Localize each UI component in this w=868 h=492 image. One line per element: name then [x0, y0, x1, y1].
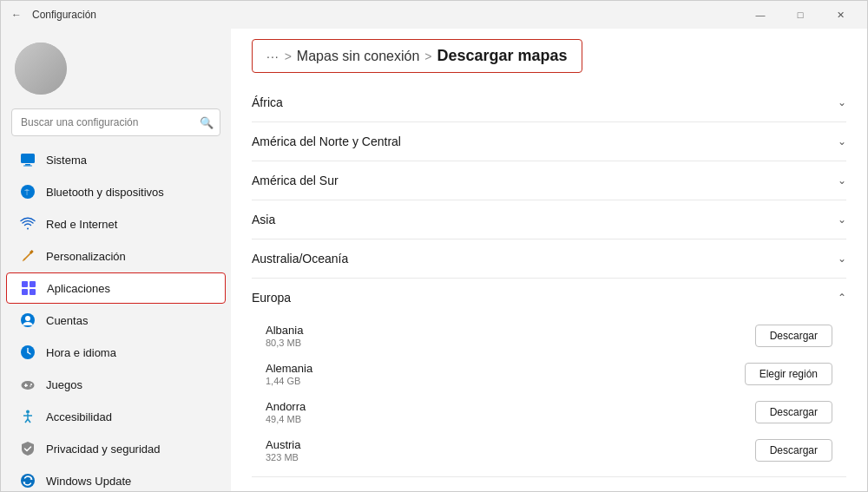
- sidebar-item-aplicaciones[interactable]: Aplicaciones: [6, 272, 226, 304]
- sidebar-label-personalizacion: Personalización: [46, 250, 126, 263]
- refresh-icon: [20, 473, 36, 489]
- breadcrumb-box: ··· > Mapas sin conexión > Descargar map…: [252, 39, 582, 73]
- sidebar: 🔍 Sistema: [1, 29, 231, 491]
- sidebar-label-aplicaciones: Aplicaciones: [47, 282, 110, 295]
- sidebar-label-accesibilidad: Accesibilidad: [46, 410, 112, 423]
- region-australia: Australia/Oceanía ⌄: [252, 239, 846, 279]
- region-europa-header[interactable]: Europa ⌃: [252, 279, 846, 317]
- regions-list: África ⌄ América del Norte y Central ⌄ A…: [231, 80, 867, 491]
- clock-icon: [20, 344, 36, 360]
- breadcrumb-sep2: >: [424, 49, 431, 63]
- region-asia-header[interactable]: Asia ⌄: [252, 200, 846, 239]
- sidebar-item-windows-update[interactable]: Windows Update: [6, 465, 226, 491]
- region-america-norte-header[interactable]: América del Norte y Central ⌄: [252, 122, 846, 161]
- minimize-button[interactable]: —: [740, 1, 780, 29]
- sidebar-item-sistema[interactable]: Sistema: [6, 144, 226, 175]
- region-australia-name: Australia/Oceanía: [252, 252, 348, 266]
- region-america-norte: América del Norte y Central ⌄: [252, 122, 846, 161]
- sidebar-item-red[interactable]: Red e Internet: [6, 208, 226, 239]
- chevron-down-icon: ⌄: [838, 135, 846, 148]
- avatar-placeholder: [15, 43, 67, 95]
- svg-rect-9: [30, 289, 36, 295]
- andorra-download-button[interactable]: Descargar: [755, 401, 832, 423]
- sidebar-item-personalizacion[interactable]: Personalización: [6, 240, 226, 272]
- search-input[interactable]: [11, 108, 220, 136]
- region-africa: África ⌄: [252, 83, 846, 122]
- sidebar-item-bluetooth[interactable]: ⍑ Bluetooth y dispositivos: [6, 176, 226, 207]
- svg-rect-17: [24, 385, 28, 387]
- svg-rect-6: [22, 281, 28, 287]
- back-button[interactable]: ←: [8, 5, 25, 24]
- svg-rect-2: [23, 166, 32, 167]
- sidebar-item-privacidad[interactable]: Privacidad y seguridad: [6, 433, 226, 464]
- country-alemania-size: 1,44 GB: [266, 376, 312, 386]
- sidebar-label-juegos: Juegos: [46, 378, 82, 391]
- title-bar: ← Configuración — □ ✕: [1, 1, 867, 29]
- chevron-down-icon: ⌄: [838, 213, 846, 226]
- breadcrumb-parent-link[interactable]: Mapas sin conexión: [297, 49, 419, 64]
- chevron-up-icon: ⌃: [838, 292, 846, 304]
- maximize-button[interactable]: □: [780, 1, 820, 29]
- window-title: Configuración: [32, 9, 96, 21]
- svg-point-19: [30, 385, 31, 387]
- title-bar-controls: — □ ✕: [740, 1, 860, 29]
- search-icon: 🔍: [200, 116, 214, 129]
- region-europa-name: Europa: [252, 291, 291, 305]
- sidebar-item-hora[interactable]: Hora e idioma: [6, 337, 226, 368]
- austria-download-button[interactable]: Descargar: [755, 439, 832, 462]
- region-america-norte-name: América del Norte y Central: [252, 134, 401, 148]
- country-andorra-size: 49,4 MB: [266, 414, 306, 424]
- main-content: ··· > Mapas sin conexión > Descargar map…: [231, 29, 867, 491]
- sidebar-item-accesibilidad[interactable]: Accesibilidad: [6, 401, 226, 432]
- close-button[interactable]: ✕: [820, 1, 860, 29]
- sidebar-label-red: Red e Internet: [46, 218, 117, 231]
- region-europa: Europa ⌃ Albania 80,3 MB Descargar: [252, 279, 846, 477]
- sidebar-label-hora: Hora e idioma: [46, 346, 116, 359]
- monitor-icon: [20, 152, 36, 167]
- chevron-down-icon: ⌄: [838, 174, 846, 187]
- country-alemania: Alemania 1,44 GB Elegir región: [252, 355, 846, 393]
- brush-icon: [20, 248, 36, 264]
- country-austria-name: Austria: [266, 438, 300, 451]
- country-alemania-name: Alemania: [266, 362, 312, 375]
- region-asia: Asia ⌄: [252, 200, 846, 239]
- country-austria: Austria 323 MB Descargar: [252, 431, 846, 469]
- sidebar-label-sistema: Sistema: [46, 154, 87, 167]
- sidebar-label-cuentas: Cuentas: [46, 314, 88, 327]
- region-europa-expanded: Albania 80,3 MB Descargar Alemania 1,44 …: [252, 317, 846, 476]
- country-albania-size: 80,3 MB: [266, 338, 303, 348]
- country-austria-size: 323 MB: [266, 452, 300, 462]
- region-africa-name: África: [252, 95, 283, 109]
- wifi-icon: [20, 216, 36, 232]
- title-bar-left: ← Configuración: [8, 5, 96, 24]
- svg-rect-1: [25, 164, 30, 166]
- region-africa-header[interactable]: África ⌄: [252, 83, 846, 121]
- region-asia-name: Asia: [252, 213, 275, 226]
- svg-rect-8: [22, 289, 28, 295]
- accessibility-icon: [20, 409, 36, 424]
- person-icon: [20, 312, 36, 328]
- country-albania-name: Albania: [266, 324, 303, 337]
- country-austria-info: Austria 323 MB: [266, 438, 300, 462]
- region-america-sur: América del Sur ⌄: [252, 161, 846, 200]
- country-alemania-info: Alemania 1,44 GB: [266, 362, 312, 386]
- svg-point-18: [30, 384, 32, 385]
- svg-rect-7: [30, 281, 36, 287]
- region-australia-header[interactable]: Australia/Oceanía ⌄: [252, 239, 846, 278]
- svg-rect-0: [21, 154, 35, 163]
- sidebar-label-bluetooth: Bluetooth y dispositivos: [46, 186, 164, 199]
- albania-download-button[interactable]: Descargar: [755, 325, 832, 347]
- bluetooth-icon: ⍑: [20, 184, 36, 200]
- region-america-sur-name: América del Sur: [252, 174, 339, 187]
- breadcrumb-sep1: >: [285, 49, 292, 63]
- sidebar-item-cuentas[interactable]: Cuentas: [6, 305, 226, 336]
- sidebar-item-juegos[interactable]: Juegos: [6, 369, 226, 400]
- avatar-area: [1, 29, 231, 102]
- gamepad-icon: [20, 377, 36, 392]
- region-america-sur-header[interactable]: América del Sur ⌄: [252, 161, 846, 200]
- sidebar-label-privacidad: Privacidad y seguridad: [46, 443, 161, 456]
- alemania-region-button[interactable]: Elegir región: [745, 363, 832, 385]
- shield-icon: [20, 441, 36, 456]
- grid-icon: [21, 280, 36, 296]
- breadcrumb-dots[interactable]: ···: [266, 49, 279, 63]
